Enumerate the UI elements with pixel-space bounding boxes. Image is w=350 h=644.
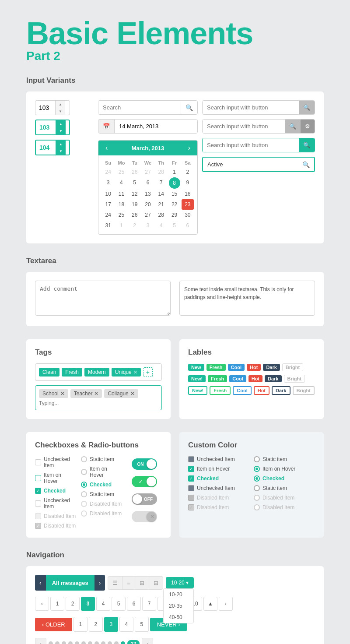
cb-box-hover[interactable]: [35, 475, 41, 481]
spinner-2[interactable]: ▲ ▼: [35, 120, 70, 135]
count-option-2030[interactable]: 20-35: [164, 600, 193, 612]
count-option-1020[interactable]: 10-20: [164, 589, 193, 600]
cal-day[interactable]: 1: [115, 220, 127, 231]
cal-day[interactable]: 17: [102, 199, 114, 210]
search-icon-btn-teal[interactable]: 🔍: [299, 138, 315, 152]
search-input-field-gear[interactable]: [203, 120, 285, 133]
page-2[interactable]: 2: [66, 597, 80, 611]
tag-teacher[interactable]: Teacher ✕: [70, 389, 102, 398]
tag-collague-close[interactable]: ✕: [130, 391, 135, 397]
cal-day[interactable]: 6: [182, 220, 194, 231]
cal-day[interactable]: 10: [102, 189, 114, 199]
cal-day[interactable]: 27: [142, 167, 154, 177]
spinner-1-input[interactable]: [35, 102, 55, 114]
page-6[interactable]: 6: [127, 597, 141, 611]
tag-add-button[interactable]: +: [143, 367, 153, 377]
tag-fresh[interactable]: Fresh: [62, 368, 82, 377]
cal-day[interactable]: 28: [155, 210, 167, 220]
spinner-3[interactable]: ▲ ▼: [35, 140, 70, 155]
view-grid-btn[interactable]: ⊞: [135, 577, 149, 589]
cal-day[interactable]: 4: [115, 177, 127, 189]
cal-day[interactable]: 7: [155, 177, 167, 189]
date-field[interactable]: [115, 120, 197, 133]
cal-day[interactable]: 26: [129, 167, 141, 177]
page-3-active[interactable]: 3: [81, 597, 95, 611]
dot-8[interactable]: [94, 641, 99, 644]
cc-rb-box-static[interactable]: [254, 456, 260, 462]
rb-box-checked[interactable]: [81, 482, 87, 488]
view-list2-btn[interactable]: ≡: [122, 577, 135, 589]
cal-day[interactable]: 15: [168, 189, 180, 199]
tag-clean[interactable]: Clean: [39, 368, 60, 377]
cal-day[interactable]: 16: [182, 189, 194, 199]
toggle-checked[interactable]: ✓: [132, 476, 157, 487]
cc-box-hover[interactable]: ✓: [188, 466, 194, 472]
cal-day[interactable]: 25: [115, 167, 127, 177]
calendar-prev[interactable]: ‹: [104, 144, 109, 152]
cb-box-checked[interactable]: ✓: [35, 488, 41, 494]
num-5[interactable]: 5: [135, 617, 149, 632]
toggle-off[interactable]: OFF: [132, 493, 157, 505]
dot-next[interactable]: ›: [142, 638, 153, 644]
tag-typing-input[interactable]: [39, 400, 158, 406]
page-4[interactable]: 4: [96, 597, 110, 611]
cc-box-checked[interactable]: ✓: [188, 475, 194, 482]
cal-day[interactable]: 27: [142, 210, 154, 220]
calendar-next[interactable]: ›: [186, 144, 192, 152]
num-2[interactable]: 2: [89, 617, 103, 632]
tag-school[interactable]: School ✕: [39, 389, 68, 398]
search-input-field-plain[interactable]: [203, 101, 299, 114]
num-3-active[interactable]: 3: [104, 617, 118, 632]
cal-day[interactable]: 29: [168, 210, 180, 220]
view-list-btn[interactable]: ☰: [108, 577, 122, 589]
cal-day[interactable]: 25: [115, 210, 127, 220]
dot-5[interactable]: [75, 641, 79, 644]
cc-box-unchecked[interactable]: [188, 456, 194, 462]
search-icon-btn[interactable]: 🔍: [299, 101, 315, 114]
page-prev[interactable]: ‹: [35, 597, 49, 611]
cb-box-unchecked-2[interactable]: [35, 500, 41, 507]
cal-day[interactable]: 1: [168, 167, 180, 177]
search-input-field-teal[interactable]: [203, 138, 299, 152]
cal-day[interactable]: 19: [129, 199, 141, 210]
active-input-field[interactable]: [203, 158, 298, 171]
tag-unique[interactable]: Unique ✕: [112, 368, 141, 377]
cal-day[interactable]: 2: [182, 167, 194, 177]
dot-1[interactable]: [49, 641, 53, 644]
rb-box-hover[interactable]: [81, 469, 87, 475]
cal-day[interactable]: 6: [142, 177, 154, 189]
num-4[interactable]: 4: [119, 617, 133, 632]
cal-day[interactable]: 28: [155, 167, 167, 177]
page-5[interactable]: 5: [112, 597, 126, 611]
cal-day-selected[interactable]: 23: [182, 199, 194, 210]
cb-box-unchecked[interactable]: [35, 459, 41, 465]
dot-4[interactable]: [68, 641, 73, 644]
cal-day[interactable]: 21: [155, 199, 167, 210]
tag-collague[interactable]: Collague ✕: [104, 389, 138, 398]
tag-school-close[interactable]: ✕: [60, 391, 65, 397]
gear-icon-btn[interactable]: ⚙: [301, 120, 315, 133]
cal-day[interactable]: 22: [168, 199, 180, 210]
spinner-2-down[interactable]: ▼: [56, 127, 66, 134]
dot-12-active[interactable]: [121, 641, 125, 644]
cc-rb-box-checked[interactable]: [254, 475, 260, 482]
dot-3[interactable]: [62, 641, 66, 644]
breadcrumb-next[interactable]: ›: [94, 575, 105, 591]
date-input[interactable]: 📅: [98, 119, 198, 134]
cal-day[interactable]: 5: [129, 177, 141, 189]
page-1[interactable]: 1: [50, 597, 64, 611]
search-field-1[interactable]: [98, 101, 181, 114]
cal-day[interactable]: 12: [129, 189, 141, 199]
dot-11[interactable]: [114, 641, 119, 644]
dot-prev[interactable]: ‹: [35, 638, 46, 644]
page-up[interactable]: ▲: [203, 597, 217, 611]
spinner-1-up[interactable]: ▲: [56, 101, 65, 108]
dot-7[interactable]: [88, 641, 92, 644]
tag-unique-close[interactable]: ✕: [133, 370, 137, 375]
tag-input-box-1[interactable]: Clean Fresh Modern Unique ✕ +: [35, 363, 162, 381]
search-input-1[interactable]: 🔍: [98, 100, 198, 115]
dot-2[interactable]: [55, 641, 60, 644]
cal-day[interactable]: 14: [155, 189, 167, 199]
cal-day[interactable]: 31: [102, 220, 114, 231]
tag-teacher-close[interactable]: ✕: [94, 391, 98, 397]
